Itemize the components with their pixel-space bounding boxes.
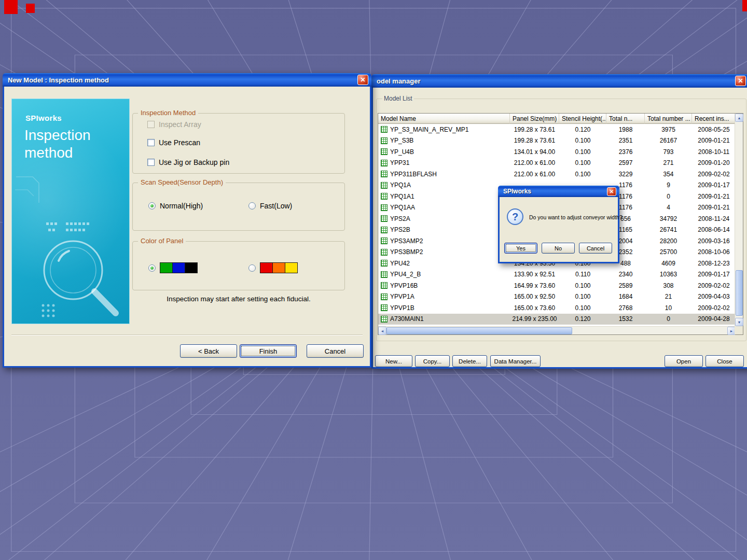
model-name: YPP31 (390, 159, 409, 166)
table-cell: 0.100 (559, 148, 606, 156)
delete-button[interactable]: Delete... (452, 355, 487, 367)
model-manager-close-button[interactable]: ✕ (735, 76, 746, 86)
confirm-message: Do you want to adjust conveyor width? (529, 214, 622, 220)
table-cell: 164.99 x 73.60 (510, 282, 559, 289)
confirm-dialog-titlebar[interactable]: SPIworks ✕ (498, 186, 619, 197)
column-header[interactable]: Total n... (606, 114, 645, 124)
table-row[interactable]: YPP311BFLASH212.00 x 61.000.100322935420… (378, 169, 736, 180)
table-row[interactable]: A730MAIN1214.99 x 235.000.120153202009-0… (378, 314, 736, 325)
model-name-cell: A730MAIN1 (378, 315, 510, 323)
wizard-body: SPIworks Inspection method Inspection Me… (3, 87, 371, 368)
horizontal-scroll-thumb[interactable] (386, 327, 572, 334)
table-cell: 165.00 x 92.50 (510, 293, 559, 300)
model-manager-title: odel manager (377, 77, 421, 85)
confirm-dialog-close-button[interactable]: ✕ (607, 187, 616, 196)
model-list-label: Model List (382, 95, 414, 102)
table-row[interactable]: YPVP1B165.00 x 73.600.1002768102009-02-0… (378, 302, 736, 314)
model-grid-icon (381, 260, 388, 267)
wizard-titlebar[interactable]: New Model : Inspection method ✕ (3, 73, 371, 87)
back-button[interactable]: < Back (180, 344, 237, 358)
checkbox-row[interactable]: Use Prescan (147, 138, 200, 147)
table-cell: 2008-05-25 (692, 126, 736, 133)
model-name-cell: YP_S3_MAIN_A_REV_MP1 (378, 126, 510, 133)
open-button[interactable]: Open (665, 355, 703, 367)
table-cell: 26741 (645, 226, 692, 233)
radio-button[interactable] (248, 202, 256, 209)
checkbox-box[interactable] (147, 159, 155, 166)
model-manager-titlebar[interactable]: odel manager ✕ (371, 74, 747, 88)
checkbox-label: Inspect Array (159, 120, 201, 129)
model-grid-icon (381, 193, 388, 200)
horizontal-scrollbar[interactable]: ◄ ► (378, 326, 736, 334)
panel-color-option[interactable] (148, 262, 197, 273)
column-header[interactable]: Recent ins... (692, 114, 736, 124)
data-manager-button[interactable]: Data Manager... (490, 355, 541, 367)
model-name-cell: YPQ1A1 (378, 193, 510, 200)
yes-button[interactable]: Yes (504, 243, 537, 254)
radio-button[interactable] (248, 264, 256, 272)
arrow-down-icon: ▼ (738, 320, 741, 324)
model-grid-icon (381, 249, 388, 256)
close-icon: ✕ (738, 77, 743, 85)
close-button[interactable]: Close (706, 355, 744, 367)
table-row[interactable]: YPU4_2_B133.90 x 92.510.1102340103632009… (378, 269, 736, 281)
table-cell: 2009-01-21 (692, 137, 736, 144)
radio-button[interactable] (148, 202, 156, 209)
column-header[interactable]: Model Name (378, 114, 510, 124)
radio-button[interactable] (148, 264, 156, 272)
model-name-cell: YPU4_2_B (378, 271, 510, 278)
checkbox-box[interactable] (147, 139, 155, 146)
model-grid-icon (381, 227, 388, 233)
no-button[interactable]: No (542, 243, 575, 254)
model-name-cell: YPQ1AA (378, 204, 510, 211)
table-cell: 0.100 (559, 282, 606, 289)
table-cell: 2009-01-21 (692, 204, 736, 211)
arrow-left-icon: ◄ (381, 329, 384, 333)
color-swatch (272, 262, 285, 273)
scan-speed-option[interactable]: Normal(High) (148, 202, 203, 210)
column-header[interactable]: Panel Size(mm) (510, 114, 559, 124)
conveyor-confirm-dialog: SPIworks ✕ ? Do you want to adjust conve… (498, 186, 619, 263)
table-cell: 34792 (645, 215, 692, 222)
table-row[interactable]: YPVP16B164.99 x 73.600.10025893082009-02… (378, 280, 736, 291)
wizard-close-button[interactable]: ✕ (357, 75, 368, 85)
table-cell: 0.100 (559, 159, 606, 166)
table-cell: 2008-06-14 (692, 226, 736, 233)
model-name-cell: YPVP16B (378, 282, 510, 289)
close-icon: ✕ (610, 189, 614, 194)
table-row[interactable]: YPP31212.00 x 61.000.10025972712009-01-2… (378, 158, 736, 169)
panel-color-option[interactable] (248, 262, 297, 273)
cancel-button[interactable]: Cancel (307, 344, 364, 358)
arrow-right-icon: ► (730, 329, 734, 333)
column-header[interactable]: Total number ... (645, 114, 692, 124)
table-row[interactable]: YPVP1A165.00 x 92.500.1001684212009-04-0… (378, 291, 736, 303)
checkbox-row: Inspect Array (147, 120, 201, 129)
table-row[interactable]: YP_S3B199.28 x 73.610.1002351261672009-0… (378, 135, 736, 147)
scroll-down-button[interactable]: ▼ (735, 318, 743, 326)
color-swatch (160, 262, 173, 273)
cancel-button[interactable]: Cancel (579, 243, 612, 254)
checkbox-row[interactable]: Use Jig or Backup pin (147, 158, 229, 166)
model-name-cell: YPVP1B (378, 304, 510, 312)
confirm-dialog-body: ? Do you want to adjust conveyor width? … (498, 197, 619, 263)
column-header[interactable]: Stencil Height(... (559, 114, 606, 124)
model-name: YPQ1A1 (390, 193, 414, 200)
scroll-left-button[interactable]: ◄ (378, 327, 386, 335)
table-row[interactable]: YP_U4B134.01 x 94.000.10023767932008-10-… (378, 146, 736, 158)
table-cell: 199.28 x 73.61 (510, 126, 559, 133)
color-swatch (260, 262, 273, 273)
color-swatches (160, 262, 197, 273)
finish-button[interactable]: Finish (240, 344, 297, 358)
model-grid-icon (381, 237, 388, 244)
table-row[interactable]: YP_S3_MAIN_A_REV_MP1199.28 x 73.610.1201… (378, 124, 736, 135)
vertical-scrollbar[interactable]: ▲ ▼ (735, 114, 743, 326)
scroll-up-button[interactable]: ▲ (735, 114, 743, 122)
table-cell: 4 (645, 204, 692, 211)
table-cell: 354 (645, 171, 692, 178)
new-button[interactable]: New... (375, 355, 412, 367)
copy-button[interactable]: Copy... (415, 355, 450, 367)
vertical-scroll-thumb[interactable] (736, 270, 743, 316)
scan-speed-option[interactable]: Fast(Low) (248, 202, 292, 210)
color-swatch (185, 262, 198, 273)
fiducial-note: Inspection may start after setting each … (132, 295, 345, 303)
